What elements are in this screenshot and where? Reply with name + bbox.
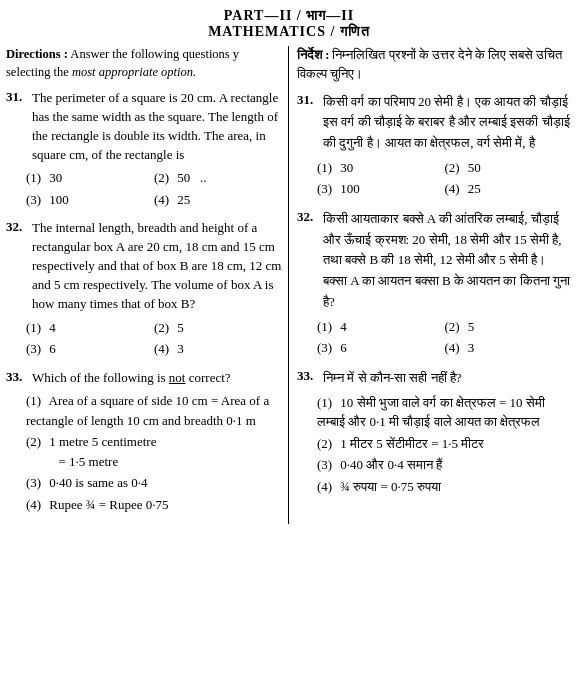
q32-hi-opt-row1: (1) 4 (2) 5 xyxy=(317,317,572,337)
q33-en-text: Which of the following is not correct? xyxy=(32,369,282,388)
header-line1: PART—II / भाग—II xyxy=(6,8,572,24)
question-33-hi: 33. निम्न में से कौन-सा सही नहीं है? (1)… xyxy=(297,368,572,496)
directions-english: Directions : Answer the following questi… xyxy=(6,46,282,81)
q31-hi-opt2: (2) 50 xyxy=(445,158,573,178)
q33-hi-opt-row1: (1) 10 सेमी भुजा वाले वर्ग का क्षेत्रफल … xyxy=(317,393,572,432)
q33-en-opt-row2: (2) 1 metre 5 centimetre = 1·5 metre xyxy=(26,432,282,471)
q31-hi-opt-row1: (1) 30 (2) 50 xyxy=(317,158,572,178)
page: PART—II / भाग—II MATHEMATICS / गणित Dire… xyxy=(0,0,578,532)
q32-en-options: (1) 4 (2) 5 (3) 6 (4) 3 xyxy=(26,318,282,359)
question-32-hi: 32. किसी आयताकार बक्से A की आंतरिक लम्बा… xyxy=(297,209,572,358)
q32-en-header: 32. The internal length, breadth and hei… xyxy=(6,219,282,313)
question-33-en: 33. Which of the following is not correc… xyxy=(6,369,282,515)
q31-hi-opt4: (4) 25 xyxy=(445,179,573,199)
column-english: Directions : Answer the following questi… xyxy=(6,46,289,524)
q33-en-num: 33. xyxy=(6,369,28,388)
q33-hi-opt4: (4) ¾ रुपया = 0·75 रुपया xyxy=(317,477,572,497)
q33-en-opt-row3: (3) 0·40 is same as 0·4 xyxy=(26,473,282,493)
q31-en-header: 31. The perimeter of a square is 20 cm. … xyxy=(6,89,282,164)
q33-hi-opt-row2: (2) 1 मीटर 5 सेंटीमीटर = 1·5 मीटर xyxy=(317,434,572,454)
q32-hi-num: 32. xyxy=(297,209,319,313)
q31-en-text: The perimeter of a square is 20 cm. A re… xyxy=(32,89,282,164)
q32-en-opt-row2: (3) 6 (4) 3 xyxy=(26,339,282,359)
q31-en-options: (1) 30 (2) 50 .. (3) 100 (4) 25 xyxy=(26,168,282,209)
q31-hi-header: 31. किसी वर्ग का परिमाप 20 सेमी है। एक आ… xyxy=(297,92,572,154)
q31-hi-opt-row2: (3) 100 (4) 25 xyxy=(317,179,572,199)
q33-en-opt3: (3) 0·40 is same as 0·4 xyxy=(26,473,282,493)
q31-hi-opt3: (3) 100 xyxy=(317,179,445,199)
directions-label-en: Directions : xyxy=(6,47,68,61)
q32-hi-opt-row2: (3) 6 (4) 3 xyxy=(317,338,572,358)
q31-hi-num: 31. xyxy=(297,92,319,154)
q31-en-opt2: (2) 50 .. xyxy=(154,168,282,188)
q31-en-opt1: (1) 30 xyxy=(26,168,154,188)
q32-hi-opt3: (3) 6 xyxy=(317,338,445,358)
q32-en-num: 32. xyxy=(6,219,28,313)
q31-en-opt-row1: (1) 30 (2) 50 .. xyxy=(26,168,282,188)
directions-hindi: निर्देश : निम्नलिखित प्रश्नों के उत्तर द… xyxy=(297,46,572,84)
directions-label-hi: निर्देश : xyxy=(297,48,329,62)
q32-hi-opt1: (1) 4 xyxy=(317,317,445,337)
q33-hi-text: निम्न में से कौन-सा सही नहीं है? xyxy=(323,368,572,389)
directions-italic-en: most appropriate option. xyxy=(72,65,196,79)
q31-hi-options: (1) 30 (2) 50 (3) 100 (4) 25 xyxy=(317,158,572,199)
main-columns: Directions : Answer the following questi… xyxy=(6,46,572,524)
q31-en-num: 31. xyxy=(6,89,28,164)
question-31-en: 31. The perimeter of a square is 20 cm. … xyxy=(6,89,282,209)
q33-hi-opt-row3: (3) 0·40 और 0·4 समान हैं xyxy=(317,455,572,475)
q31-hi-opt1: (1) 30 xyxy=(317,158,445,178)
q32-hi-options: (1) 4 (2) 5 (3) 6 (4) 3 xyxy=(317,317,572,358)
q33-en-opt-row4: (4) Rupee ¾ = Rupee 0·75 xyxy=(26,495,282,515)
q33-hi-opt3: (3) 0·40 और 0·4 समान हैं xyxy=(317,455,572,475)
header: PART—II / भाग—II MATHEMATICS / गणित xyxy=(6,8,572,40)
q32-en-opt2: (2) 5 xyxy=(154,318,282,338)
q31-en-opt4: (4) 25 xyxy=(154,190,282,210)
q32-hi-text: किसी आयताकार बक्से A की आंतरिक लम्बाई, च… xyxy=(323,209,572,313)
q33-hi-opt-row4: (4) ¾ रुपया = 0·75 रुपया xyxy=(317,477,572,497)
q32-en-text: The internal length, breadth and height … xyxy=(32,219,282,313)
q32-hi-opt2: (2) 5 xyxy=(445,317,573,337)
q32-en-opt1: (1) 4 xyxy=(26,318,154,338)
q32-en-opt-row1: (1) 4 (2) 5 xyxy=(26,318,282,338)
question-32-en: 32. The internal length, breadth and hei… xyxy=(6,219,282,358)
q32-en-opt3: (3) 6 xyxy=(26,339,154,359)
q33-hi-header: 33. निम्न में से कौन-सा सही नहीं है? xyxy=(297,368,572,389)
q33-en-opt2: (2) 1 metre 5 centimetre = 1·5 metre xyxy=(26,432,282,471)
q32-hi-header: 32. किसी आयताकार बक्से A की आंतरिक लम्बा… xyxy=(297,209,572,313)
q33-en-opt1: (1) Area of a square of side 10 cm = Are… xyxy=(26,391,282,430)
q33-en-header: 33. Which of the following is not correc… xyxy=(6,369,282,388)
q33-hi-opt2: (2) 1 मीटर 5 सेंटीमीटर = 1·5 मीटर xyxy=(317,434,572,454)
header-line2: MATHEMATICS / गणित xyxy=(6,24,572,40)
q33-hi-options: (1) 10 सेमी भुजा वाले वर्ग का क्षेत्रफल … xyxy=(317,393,572,497)
q33-en-opt4: (4) Rupee ¾ = Rupee 0·75 xyxy=(26,495,282,515)
q31-en-opt-row2: (3) 100 (4) 25 xyxy=(26,190,282,210)
q32-hi-opt4: (4) 3 xyxy=(445,338,573,358)
directions-text-hi: निम्नलिखित प्रश्नों के उत्तर देने के लिए… xyxy=(297,48,562,81)
q32-en-opt4: (4) 3 xyxy=(154,339,282,359)
column-hindi: निर्देश : निम्नलिखित प्रश्नों के उत्तर द… xyxy=(289,46,572,524)
q33-en-opt-row1: (1) Area of a square of side 10 cm = Are… xyxy=(26,391,282,430)
question-31-hi: 31. किसी वर्ग का परिमाप 20 सेमी है। एक आ… xyxy=(297,92,572,199)
q33-hi-opt1: (1) 10 सेमी भुजा वाले वर्ग का क्षेत्रफल … xyxy=(317,393,572,432)
q33-en-options: (1) Area of a square of side 10 cm = Are… xyxy=(26,391,282,514)
q31-hi-text: किसी वर्ग का परिमाप 20 सेमी है। एक आयत क… xyxy=(323,92,572,154)
q33-hi-num: 33. xyxy=(297,368,319,389)
q31-en-opt3: (3) 100 xyxy=(26,190,154,210)
